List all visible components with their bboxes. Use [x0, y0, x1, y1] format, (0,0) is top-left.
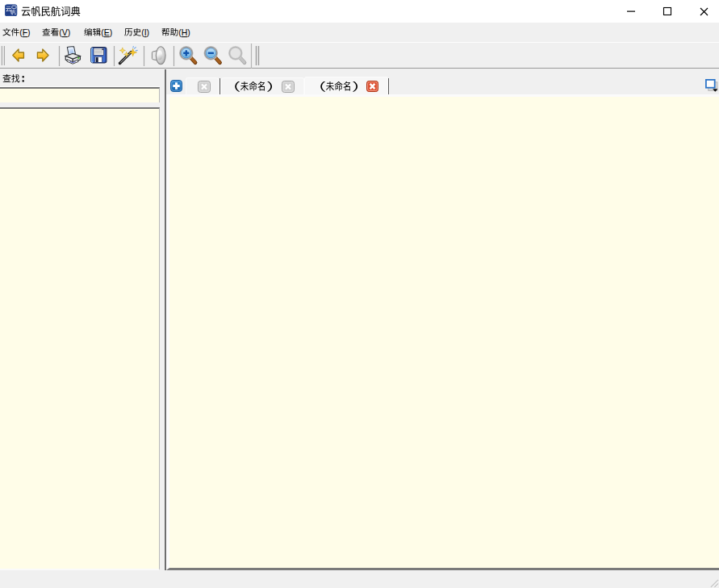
svg-text:(I): (I) — [141, 28, 149, 37]
svg-text:(V): (V) — [59, 28, 70, 37]
svg-text:(E): (E) — [101, 28, 112, 37]
svg-text:(H): (H) — [178, 28, 190, 37]
svg-text:(F): (F) — [19, 28, 30, 37]
